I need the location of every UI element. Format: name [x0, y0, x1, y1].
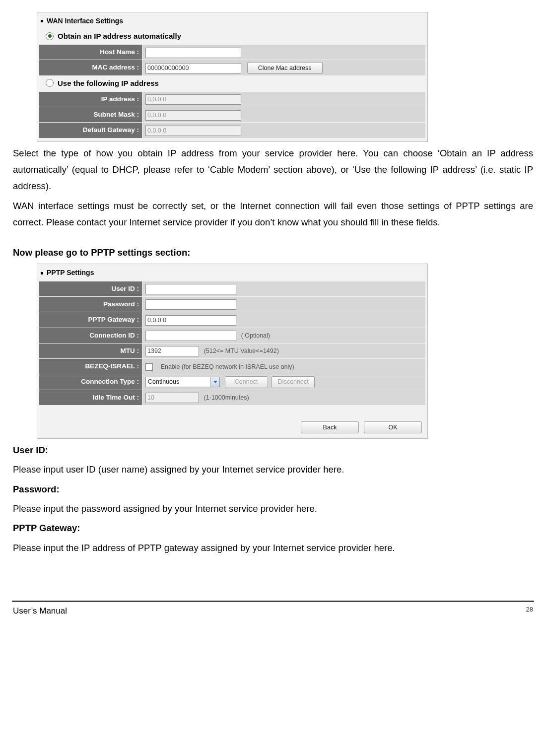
paragraph: Select the type of how you obtain IP add… — [13, 145, 533, 195]
select-value: Continuous — [146, 376, 210, 388]
label-conn-type: Connection Type : — [39, 374, 142, 389]
radio-label: Obtain an IP address automatically — [58, 29, 181, 43]
label-password: Password : — [39, 297, 142, 312]
label-subnet: Subnet Mask : — [39, 107, 142, 122]
hint-text: (1-1000minutes) — [201, 394, 249, 401]
wan-interface-panel: WAN Interface Settings Obtain an IP addr… — [37, 12, 428, 142]
pptp-gateway-input[interactable] — [145, 315, 236, 326]
label-gateway: Default Gateway : — [39, 123, 142, 137]
label-idle: Idle Time Out : — [39, 390, 142, 405]
subnet-input[interactable] — [145, 110, 241, 121]
label-bezeq: BEZEQ-ISRAEL : — [39, 359, 142, 374]
page-footer: User’s Manual 28 — [12, 601, 534, 629]
paragraph: Please input the IP address of PPTP gate… — [13, 540, 533, 556]
idle-timeout-input[interactable] — [145, 393, 199, 403]
host-name-input[interactable] — [145, 48, 241, 58]
heading-user-id: User ID: — [13, 442, 533, 458]
connect-button[interactable]: Connect — [225, 376, 268, 388]
label-conn-id: Connection ID : — [39, 328, 142, 343]
radio-obtain-auto[interactable]: Obtain an IP address automatically — [39, 29, 426, 44]
mac-input[interactable] — [145, 63, 241, 73]
clone-mac-button[interactable]: Clone Mac address — [247, 62, 323, 74]
radio-unselected-icon — [46, 79, 54, 87]
label-user-id: User ID : — [39, 281, 142, 296]
bezeq-checkbox[interactable] — [145, 363, 153, 371]
chevron-down-icon — [210, 377, 219, 387]
hint-text: ( Optional) — [238, 332, 270, 339]
radio-label: Use the following IP address — [58, 76, 159, 90]
paragraph: Please input user ID (user name) assigne… — [13, 461, 533, 478]
mtu-input[interactable] — [145, 346, 199, 356]
connection-id-input[interactable] — [145, 331, 236, 341]
heading-password: Password: — [13, 481, 533, 497]
hint-text: (512<= MTU Value<=1492) — [201, 347, 279, 354]
page-number: 28 — [526, 604, 533, 619]
ip-input[interactable] — [145, 94, 241, 105]
hint-text: Enable (for BEZEQ network in ISRAEL use … — [158, 363, 294, 370]
paragraph: WAN interface settings must be correctly… — [13, 198, 533, 231]
ok-button[interactable]: OK — [364, 421, 422, 433]
label-mtu: MTU : — [39, 344, 142, 358]
bullet-icon — [41, 272, 43, 275]
panel-title: PPTP Settings — [47, 267, 94, 279]
label-ip: IP address : — [39, 92, 142, 107]
radio-selected-icon — [46, 32, 54, 40]
password-input[interactable] — [145, 299, 236, 310]
label-host-name: Host Name : — [39, 45, 142, 60]
panel-title: WAN Interface Settings — [47, 15, 123, 27]
radio-use-static[interactable]: Use the following IP address — [39, 76, 426, 91]
heading-pptp-gw: PPTP Gateway: — [13, 520, 533, 536]
connection-type-select[interactable]: Continuous — [145, 377, 220, 387]
paragraph: Please input the password assigned by yo… — [13, 500, 533, 517]
user-id-input[interactable] — [145, 284, 236, 294]
disconnect-button[interactable]: Disconnect — [272, 376, 315, 388]
gateway-input[interactable] — [145, 126, 241, 136]
pptp-settings-panel: PPTP Settings User ID : Password : PPTP … — [37, 264, 428, 439]
heading-pptp: Now please go to PPTP settings section: — [13, 244, 533, 261]
footer-title: User’s Manual — [13, 604, 67, 619]
bullet-icon — [41, 20, 43, 22]
back-button[interactable]: Back — [301, 421, 359, 433]
label-pptp-gw: PPTP Gateway : — [39, 312, 142, 327]
label-mac: MAC address : — [39, 60, 142, 75]
